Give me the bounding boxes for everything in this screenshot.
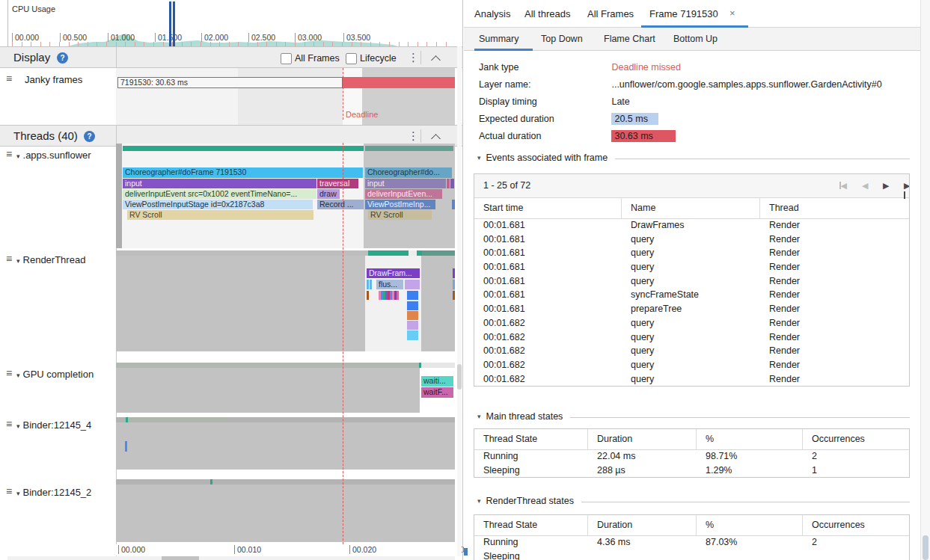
selection-range-handle-right[interactable] — [173, 1, 175, 46]
subtab-bottom-up[interactable]: Bottom Up — [673, 34, 718, 44]
tab-all-threads[interactable]: All threads — [524, 8, 570, 19]
table-row[interactable]: 00:01.682queryRender — [474, 373, 909, 387]
janky-frame-bar[interactable]: 7191530: 30.63 ms — [117, 77, 343, 88]
trace-event[interactable]: waiti... — [421, 376, 453, 387]
column-header-duration[interactable]: Duration — [588, 515, 697, 535]
table-row-clipped[interactable]: Sleeping — [474, 550, 909, 560]
trace-event[interactable]: traversal — [317, 179, 358, 188]
column-header-start-time[interactable]: Start time — [474, 198, 622, 218]
trace-event[interactable]: Choreographer#doFrame 7191530 — [123, 167, 363, 178]
collapse-triangle-icon[interactable]: ▾ — [477, 497, 481, 505]
expand-caret-icon[interactable]: ▾ — [16, 422, 20, 430]
table-row[interactable]: 00:01.681queryRender — [474, 233, 909, 247]
collapse-triangle-icon[interactable]: ▾ — [477, 413, 481, 420]
render-states-section-header[interactable]: ▾ RenderThread states — [477, 496, 910, 506]
trace-event[interactable]: Choreographer#do... — [365, 167, 452, 178]
column-header-percent[interactable]: % — [697, 515, 803, 535]
table-row[interactable]: Running22.04 ms98.71%2 — [474, 450, 909, 464]
column-header-occurrences[interactable]: Occurrences — [803, 429, 909, 449]
tab-all-frames[interactable]: All Frames — [587, 8, 634, 19]
column-header-thread[interactable]: Thread — [760, 198, 909, 218]
thread-row-label[interactable]: ▾Binder:12145_2 — [16, 485, 91, 499]
deadline-label: Deadline — [346, 110, 378, 119]
drag-handle-icon[interactable]: ≡ — [6, 73, 12, 84]
scrollbar-thumb[interactable] — [457, 364, 462, 390]
table-row[interactable]: Running4.36 ms87.03%2 — [474, 536, 909, 550]
trace-event[interactable]: ViewPostImeInp... — [365, 200, 435, 209]
column-header-percent[interactable]: % — [697, 429, 803, 449]
drag-handle-icon[interactable]: ≡ — [6, 149, 12, 159]
column-header-occurrences[interactable]: Occurrences — [803, 515, 909, 535]
table-row[interactable]: 00:01.682queryRender — [474, 345, 909, 359]
column-header-duration[interactable]: Duration — [588, 429, 697, 449]
lifecycle-checkbox[interactable] — [346, 53, 357, 64]
close-icon[interactable]: × — [729, 7, 735, 19]
prev-page-button[interactable]: ◀ — [862, 181, 868, 191]
column-header-name[interactable]: Name — [622, 198, 760, 218]
events-section-header[interactable]: ▾ Events associated with frame — [477, 153, 910, 163]
first-page-button[interactable]: ◀ — [839, 181, 847, 191]
column-header-thread-state[interactable]: Thread State — [474, 429, 588, 449]
expand-caret-icon[interactable]: ▾ — [16, 490, 20, 497]
expand-caret-icon[interactable]: ▾ — [16, 153, 20, 160]
main-states-section-header[interactable]: ▾ Main thread states — [477, 411, 910, 422]
expand-caret-icon[interactable]: ▾ — [16, 257, 20, 265]
all-frames-checkbox[interactable] — [281, 53, 292, 64]
thread-row-label[interactable]: ▾.apps.sunflower — [16, 148, 91, 161]
table-row[interactable]: 00:01.681queryRender — [474, 275, 909, 289]
help-icon[interactable]: ? — [84, 131, 95, 142]
thread-row-label[interactable]: ▾GPU completion — [16, 367, 94, 381]
trace-event[interactable]: deliverInputEvent src=0x1002 eventTimeNa… — [123, 189, 316, 199]
trace-event[interactable]: input — [365, 179, 446, 188]
collapse-triangle-icon[interactable]: ▾ — [477, 154, 481, 161]
column-header-thread-state[interactable]: Thread State — [474, 515, 588, 535]
trace-event[interactable]: input — [123, 179, 316, 188]
drag-handle-icon[interactable]: ≡ — [6, 253, 12, 264]
right-vertical-scrollbar[interactable] — [920, 0, 930, 560]
cpu-usage-minimap[interactable]: CPU Usage 00.00000.50001.00001.50002.000… — [0, 0, 462, 46]
help-icon[interactable]: ? — [57, 52, 68, 64]
tab-analysis[interactable]: Analysis — [474, 8, 510, 19]
table-row[interactable]: Sleeping288 µs1.29%1 — [474, 464, 909, 478]
trace-event[interactable]: waitF... — [421, 387, 453, 398]
next-page-button[interactable]: ▶ — [883, 181, 889, 191]
table-row[interactable]: 00:01.681prepareTreeRender — [474, 303, 909, 317]
collapse-chevron-icon[interactable] — [431, 55, 441, 65]
horizontal-scrollbar[interactable] — [7, 556, 455, 560]
kebab-menu-icon[interactable]: ⋮ — [408, 51, 419, 64]
selection-range-handle-left[interactable] — [169, 1, 171, 46]
subtab-summary[interactable]: Summary — [479, 34, 518, 44]
table-row[interactable]: 00:01.682queryRender — [474, 331, 909, 345]
trace-event[interactable]: RV Scroll — [368, 210, 432, 220]
trace-event[interactable]: RV Scroll — [127, 210, 313, 220]
table-row[interactable]: 00:01.681DrawFramesRender — [474, 219, 909, 233]
table-row[interactable]: 00:01.682queryRender — [474, 359, 909, 373]
subtab-top-down[interactable]: Top Down — [541, 34, 583, 44]
left-vertical-scrollbar[interactable] — [457, 46, 462, 556]
table-row[interactable]: 00:01.682queryRender — [474, 317, 909, 331]
drag-handle-icon[interactable]: ≡ — [6, 486, 12, 496]
trace-event[interactable]: Record ... — [317, 200, 364, 209]
last-page-button[interactable]: ▶ — [904, 181, 910, 200]
trace-event[interactable]: ViewPostImeInputStage id=0x2187c3a8 — [123, 200, 313, 209]
scrollbar-thumb[interactable] — [162, 556, 199, 560]
collapse-chevron-icon[interactable] — [431, 134, 441, 144]
thread-row-label[interactable]: ▾Binder:12145_4 — [16, 418, 91, 431]
thread-state-running — [210, 479, 212, 484]
thread-row-label[interactable]: ▾RenderThread — [16, 253, 85, 266]
drag-handle-icon[interactable]: ≡ — [6, 368, 12, 378]
trace-event[interactable]: draw — [317, 189, 340, 199]
scrollbar-thumb[interactable] — [923, 535, 929, 560]
table-row[interactable]: 00:01.681queryRender — [474, 261, 909, 275]
trace-event[interactable]: DrawFram... — [367, 268, 420, 278]
table-row[interactable]: 00:01.681queryRender — [474, 247, 909, 261]
trace-event[interactable]: deliverInputEven... — [365, 189, 442, 199]
subtab-flame-chart[interactable]: Flame Chart — [604, 34, 655, 44]
trace-event[interactable]: flus... — [376, 280, 403, 289]
kebab-menu-icon[interactable]: ⋮ — [408, 129, 419, 143]
tab-frame-7191530[interactable]: Frame 7191530 — [649, 8, 718, 19]
expand-caret-icon[interactable]: ▾ — [16, 372, 20, 379]
table-row[interactable]: 00:01.681syncFrameStateRender — [474, 289, 909, 303]
panel-splitter[interactable] — [462, 0, 463, 560]
drag-handle-icon[interactable]: ≡ — [6, 419, 12, 429]
